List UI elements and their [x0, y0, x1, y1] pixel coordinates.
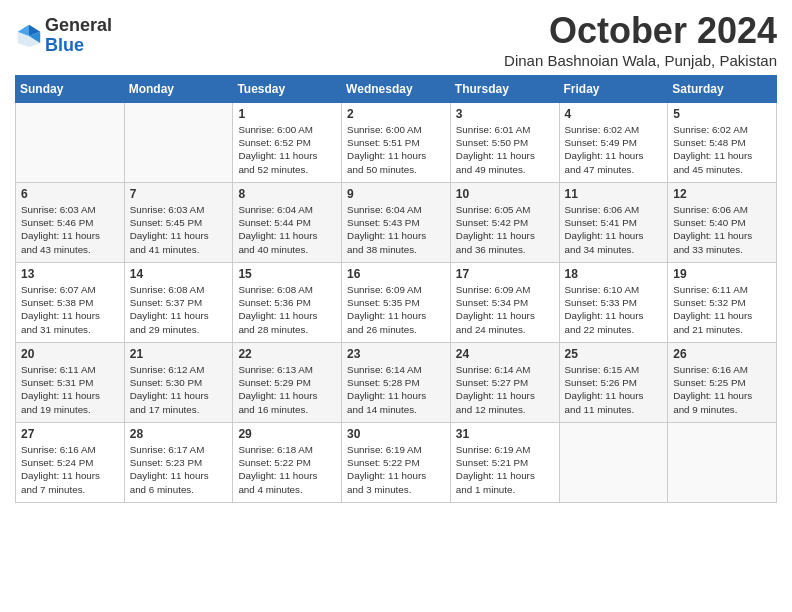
calendar-cell: 15Sunrise: 6:08 AM Sunset: 5:36 PM Dayli…	[233, 263, 342, 343]
calendar-cell	[668, 423, 777, 503]
weekday-header-tuesday: Tuesday	[233, 76, 342, 103]
calendar-cell: 27Sunrise: 6:16 AM Sunset: 5:24 PM Dayli…	[16, 423, 125, 503]
calendar-cell	[16, 103, 125, 183]
calendar-table: SundayMondayTuesdayWednesdayThursdayFrid…	[15, 75, 777, 503]
weekday-header-friday: Friday	[559, 76, 668, 103]
title-block: October 2024 Dinan Bashnoian Wala, Punja…	[504, 10, 777, 69]
day-number: 27	[21, 427, 119, 441]
day-number: 11	[565, 187, 663, 201]
day-info: Sunrise: 6:18 AM Sunset: 5:22 PM Dayligh…	[238, 443, 336, 496]
day-number: 21	[130, 347, 228, 361]
calendar-cell: 22Sunrise: 6:13 AM Sunset: 5:29 PM Dayli…	[233, 343, 342, 423]
calendar-cell: 25Sunrise: 6:15 AM Sunset: 5:26 PM Dayli…	[559, 343, 668, 423]
week-row-5: 27Sunrise: 6:16 AM Sunset: 5:24 PM Dayli…	[16, 423, 777, 503]
calendar-cell: 10Sunrise: 6:05 AM Sunset: 5:42 PM Dayli…	[450, 183, 559, 263]
day-info: Sunrise: 6:09 AM Sunset: 5:35 PM Dayligh…	[347, 283, 445, 336]
week-row-3: 13Sunrise: 6:07 AM Sunset: 5:38 PM Dayli…	[16, 263, 777, 343]
calendar-cell: 3Sunrise: 6:01 AM Sunset: 5:50 PM Daylig…	[450, 103, 559, 183]
calendar-cell: 28Sunrise: 6:17 AM Sunset: 5:23 PM Dayli…	[124, 423, 233, 503]
day-number: 24	[456, 347, 554, 361]
day-number: 28	[130, 427, 228, 441]
day-number: 26	[673, 347, 771, 361]
day-info: Sunrise: 6:01 AM Sunset: 5:50 PM Dayligh…	[456, 123, 554, 176]
day-number: 8	[238, 187, 336, 201]
calendar-cell: 31Sunrise: 6:19 AM Sunset: 5:21 PM Dayli…	[450, 423, 559, 503]
calendar-cell: 17Sunrise: 6:09 AM Sunset: 5:34 PM Dayli…	[450, 263, 559, 343]
day-number: 20	[21, 347, 119, 361]
logo-general-text: General	[45, 15, 112, 35]
week-row-4: 20Sunrise: 6:11 AM Sunset: 5:31 PM Dayli…	[16, 343, 777, 423]
day-number: 3	[456, 107, 554, 121]
calendar-cell: 4Sunrise: 6:02 AM Sunset: 5:49 PM Daylig…	[559, 103, 668, 183]
day-info: Sunrise: 6:11 AM Sunset: 5:31 PM Dayligh…	[21, 363, 119, 416]
weekday-header-row: SundayMondayTuesdayWednesdayThursdayFrid…	[16, 76, 777, 103]
day-info: Sunrise: 6:09 AM Sunset: 5:34 PM Dayligh…	[456, 283, 554, 336]
calendar-cell	[124, 103, 233, 183]
calendar-cell: 24Sunrise: 6:14 AM Sunset: 5:27 PM Dayli…	[450, 343, 559, 423]
day-number: 25	[565, 347, 663, 361]
calendar-cell: 16Sunrise: 6:09 AM Sunset: 5:35 PM Dayli…	[342, 263, 451, 343]
day-number: 17	[456, 267, 554, 281]
day-info: Sunrise: 6:16 AM Sunset: 5:25 PM Dayligh…	[673, 363, 771, 416]
calendar-cell: 20Sunrise: 6:11 AM Sunset: 5:31 PM Dayli…	[16, 343, 125, 423]
calendar-cell: 26Sunrise: 6:16 AM Sunset: 5:25 PM Dayli…	[668, 343, 777, 423]
day-info: Sunrise: 6:06 AM Sunset: 5:41 PM Dayligh…	[565, 203, 663, 256]
day-info: Sunrise: 6:03 AM Sunset: 5:45 PM Dayligh…	[130, 203, 228, 256]
calendar-cell: 18Sunrise: 6:10 AM Sunset: 5:33 PM Dayli…	[559, 263, 668, 343]
calendar-cell: 1Sunrise: 6:00 AM Sunset: 6:52 PM Daylig…	[233, 103, 342, 183]
page-header: General Blue October 2024 Dinan Bashnoia…	[15, 10, 777, 69]
calendar-cell: 5Sunrise: 6:02 AM Sunset: 5:48 PM Daylig…	[668, 103, 777, 183]
calendar-cell: 2Sunrise: 6:00 AM Sunset: 5:51 PM Daylig…	[342, 103, 451, 183]
calendar-cell: 30Sunrise: 6:19 AM Sunset: 5:22 PM Dayli…	[342, 423, 451, 503]
day-info: Sunrise: 6:13 AM Sunset: 5:29 PM Dayligh…	[238, 363, 336, 416]
day-number: 6	[21, 187, 119, 201]
calendar-cell: 29Sunrise: 6:18 AM Sunset: 5:22 PM Dayli…	[233, 423, 342, 503]
day-info: Sunrise: 6:19 AM Sunset: 5:22 PM Dayligh…	[347, 443, 445, 496]
day-number: 13	[21, 267, 119, 281]
weekday-header-wednesday: Wednesday	[342, 76, 451, 103]
day-number: 16	[347, 267, 445, 281]
day-info: Sunrise: 6:05 AM Sunset: 5:42 PM Dayligh…	[456, 203, 554, 256]
logo-blue-text: Blue	[45, 35, 84, 55]
calendar-cell: 11Sunrise: 6:06 AM Sunset: 5:41 PM Dayli…	[559, 183, 668, 263]
calendar-cell: 21Sunrise: 6:12 AM Sunset: 5:30 PM Dayli…	[124, 343, 233, 423]
weekday-header-saturday: Saturday	[668, 76, 777, 103]
location-subtitle: Dinan Bashnoian Wala, Punjab, Pakistan	[504, 52, 777, 69]
calendar-cell	[559, 423, 668, 503]
day-info: Sunrise: 6:11 AM Sunset: 5:32 PM Dayligh…	[673, 283, 771, 336]
day-info: Sunrise: 6:16 AM Sunset: 5:24 PM Dayligh…	[21, 443, 119, 496]
day-info: Sunrise: 6:02 AM Sunset: 5:48 PM Dayligh…	[673, 123, 771, 176]
day-number: 14	[130, 267, 228, 281]
day-number: 19	[673, 267, 771, 281]
logo-icon	[15, 22, 43, 50]
calendar-cell: 13Sunrise: 6:07 AM Sunset: 5:38 PM Dayli…	[16, 263, 125, 343]
day-info: Sunrise: 6:04 AM Sunset: 5:43 PM Dayligh…	[347, 203, 445, 256]
day-number: 2	[347, 107, 445, 121]
day-info: Sunrise: 6:14 AM Sunset: 5:28 PM Dayligh…	[347, 363, 445, 416]
weekday-header-monday: Monday	[124, 76, 233, 103]
calendar-cell: 6Sunrise: 6:03 AM Sunset: 5:46 PM Daylig…	[16, 183, 125, 263]
day-info: Sunrise: 6:04 AM Sunset: 5:44 PM Dayligh…	[238, 203, 336, 256]
day-number: 23	[347, 347, 445, 361]
day-number: 1	[238, 107, 336, 121]
day-number: 5	[673, 107, 771, 121]
day-number: 15	[238, 267, 336, 281]
day-number: 30	[347, 427, 445, 441]
day-number: 12	[673, 187, 771, 201]
day-info: Sunrise: 6:02 AM Sunset: 5:49 PM Dayligh…	[565, 123, 663, 176]
day-info: Sunrise: 6:00 AM Sunset: 5:51 PM Dayligh…	[347, 123, 445, 176]
logo: General Blue	[15, 16, 112, 56]
day-info: Sunrise: 6:17 AM Sunset: 5:23 PM Dayligh…	[130, 443, 228, 496]
weekday-header-sunday: Sunday	[16, 76, 125, 103]
calendar-cell: 23Sunrise: 6:14 AM Sunset: 5:28 PM Dayli…	[342, 343, 451, 423]
weekday-header-thursday: Thursday	[450, 76, 559, 103]
calendar-cell: 14Sunrise: 6:08 AM Sunset: 5:37 PM Dayli…	[124, 263, 233, 343]
calendar-cell: 19Sunrise: 6:11 AM Sunset: 5:32 PM Dayli…	[668, 263, 777, 343]
day-info: Sunrise: 6:14 AM Sunset: 5:27 PM Dayligh…	[456, 363, 554, 416]
day-number: 7	[130, 187, 228, 201]
day-number: 22	[238, 347, 336, 361]
day-info: Sunrise: 6:08 AM Sunset: 5:36 PM Dayligh…	[238, 283, 336, 336]
day-number: 18	[565, 267, 663, 281]
day-number: 31	[456, 427, 554, 441]
day-info: Sunrise: 6:19 AM Sunset: 5:21 PM Dayligh…	[456, 443, 554, 496]
